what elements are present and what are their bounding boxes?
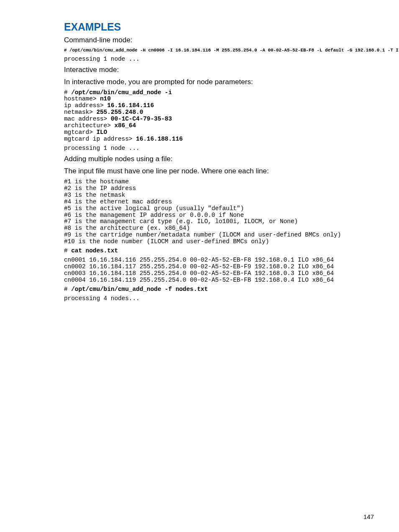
prompt: # (64, 48, 69, 53)
interactive-desc: In interactive mode, you are prompted fo… (64, 77, 357, 87)
add-node-file-command: # /opt/cmu/bin/cmu_add_node -f nodes.txt (64, 286, 357, 293)
label-multi-file: Adding multiple nodes using a file: (64, 154, 357, 164)
prompt-text: ip address> (64, 102, 107, 109)
prompt-text: mac address> (64, 116, 111, 122)
example-interactive: # /opt/cmu/bin/cmu_add_node -i hostname>… (64, 90, 357, 143)
prompt-text: mgtcard ip address> (64, 136, 136, 142)
command: /opt/cmu/bin/cmu_add_node -H cn0006 -I 1… (69, 48, 399, 53)
page-content: EXAMPLES Command-line mode: # /opt/cmu/b… (64, 21, 357, 305)
user-input: x86_64 (114, 122, 136, 129)
example-cmdline: # /opt/cmu/bin/cmu_add_node -H cn0006 -I… (64, 48, 357, 54)
label-cmdline-mode: Command-line mode: (64, 36, 357, 45)
user-input: 16.16.188.116 (136, 136, 183, 142)
user-input: n10 (100, 95, 111, 102)
output-text: processing 4 nodes... (64, 296, 357, 302)
page-number: 147 (363, 513, 374, 520)
multi-desc: The input file must have one line per no… (64, 167, 357, 176)
user-input: ILO (96, 129, 107, 136)
command: /opt/cmu/bin/cmu_add_node -f nodes.txt (71, 286, 208, 293)
prompt-text: mgtcard> (64, 129, 96, 136)
prompt-text: netmask> (64, 109, 96, 116)
user-input: 255.255.248.0 (96, 109, 143, 116)
command: cat nodes.txt (71, 247, 118, 254)
label-interactive-mode: Interactive mode: (64, 65, 357, 75)
prompt: # (64, 286, 71, 293)
nodes-file-content: cn0001 16.16.184.116 255.255.254.0 00-02… (64, 257, 357, 284)
prompt-text: # (64, 89, 71, 96)
prompt-text: architecture> (64, 122, 114, 129)
user-input: /opt/cmu/bin/cmu_add_node -i (71, 89, 172, 96)
output-text: processing 1 node ... (64, 56, 357, 63)
output-text: processing 1 node ... (64, 145, 357, 152)
section-heading: EXAMPLES (64, 21, 357, 33)
field-list: #1 is the hostname #2 is the IP address … (64, 179, 357, 245)
prompt: # (64, 247, 71, 254)
user-input: 16.16.184.116 (107, 102, 154, 109)
prompt-text: hostname> (64, 95, 100, 102)
cat-command: # cat nodes.txt (64, 248, 357, 254)
user-input: 00-1C-C4-79-35-83 (111, 116, 172, 122)
